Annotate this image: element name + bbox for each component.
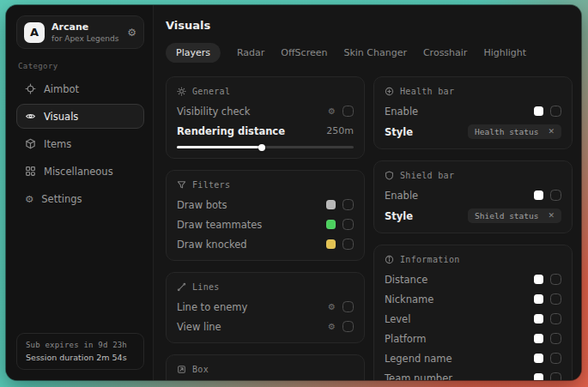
gear-icon[interactable]: ⚙ xyxy=(127,27,136,38)
sidebar-item-label: Settings xyxy=(41,193,82,205)
sidebar: A Arcane for Apex Legends ⚙ Category Aim… xyxy=(6,5,154,380)
gear-icon[interactable]: ⚙ xyxy=(328,323,336,331)
slider-thumb[interactable] xyxy=(258,144,265,151)
row-controls: ⚙ xyxy=(328,106,354,117)
health-icon xyxy=(385,87,394,96)
cube-icon xyxy=(25,138,36,149)
panel-title: General xyxy=(192,87,230,96)
row-controls xyxy=(326,239,354,250)
tab-radar[interactable]: Radar xyxy=(237,47,264,58)
row-team-number: Team number xyxy=(385,372,561,380)
color-swatch[interactable] xyxy=(326,200,336,209)
panel-filters: FiltersDraw botsDraw teammatesDraw knock… xyxy=(166,170,365,261)
panel-columns: GeneralVisibility check⚙Rendering distan… xyxy=(166,76,573,380)
shield-icon xyxy=(385,171,394,180)
sidebar-item-label: Visuals xyxy=(44,111,78,123)
row-label: Legend name xyxy=(385,353,452,365)
row-controls xyxy=(534,106,561,117)
panel-header: Box xyxy=(177,363,354,376)
color-swatch[interactable] xyxy=(534,190,543,200)
tab-offscreen[interactable]: OffScreen xyxy=(281,47,327,58)
gear-icon[interactable]: ⚙ xyxy=(328,303,336,311)
panel-header: Information xyxy=(385,253,561,266)
color-swatch[interactable] xyxy=(534,373,543,380)
row-controls: 250m xyxy=(326,125,354,136)
tab-crosshair[interactable]: Crosshair xyxy=(423,47,467,58)
panel-header: Filters xyxy=(177,178,354,191)
panel-title: Filters xyxy=(192,180,230,190)
row-distance: Distance xyxy=(385,273,561,286)
app-window: A Arcane for Apex Legends ⚙ Category Aim… xyxy=(6,5,581,380)
checkbox[interactable] xyxy=(550,106,561,117)
tab-skin-changer[interactable]: Skin Changer xyxy=(343,47,407,58)
color-swatch[interactable] xyxy=(534,354,543,363)
checkbox[interactable] xyxy=(342,199,354,210)
row-label: Draw teammates xyxy=(177,219,262,231)
app-subtitle: for Apex Legends xyxy=(52,34,118,43)
style-select[interactable]: Health status✕ xyxy=(468,124,561,139)
row-value: 250m xyxy=(326,125,354,136)
gear-icon[interactable]: ⚙ xyxy=(328,107,336,116)
row-platform: Platform xyxy=(385,332,561,345)
panel-health-bar: Health barEnableStyleHealth status✕ xyxy=(373,76,573,149)
row-controls: ⚙ xyxy=(328,301,354,312)
row-label: Distance xyxy=(385,274,427,286)
color-swatch[interactable] xyxy=(534,314,543,324)
color-swatch[interactable] xyxy=(534,334,543,343)
row-controls xyxy=(534,353,561,364)
row-label: Rendering distance xyxy=(177,125,285,137)
style-select-value: Health status xyxy=(475,127,538,136)
info-icon xyxy=(385,255,394,264)
tab-players[interactable]: Players xyxy=(166,43,221,63)
sidebar-item-visuals[interactable]: Visuals xyxy=(16,104,144,129)
sidebar-item-miscellaneous[interactable]: Miscellaneous xyxy=(16,159,144,184)
row-label: Enable xyxy=(385,106,418,118)
panel-information: InformationDistanceNicknameLevelPlatform… xyxy=(373,245,573,380)
tab-highlight[interactable]: Highlight xyxy=(483,47,526,58)
color-swatch[interactable] xyxy=(326,239,336,249)
color-swatch[interactable] xyxy=(534,294,543,304)
checkbox[interactable] xyxy=(342,219,354,230)
checkbox[interactable] xyxy=(342,239,354,250)
sidebar-item-settings[interactable]: ⚙Settings xyxy=(16,186,144,211)
checkbox[interactable] xyxy=(550,274,561,285)
row-label: Nickname xyxy=(385,293,433,305)
checkbox[interactable] xyxy=(342,321,354,332)
close-icon[interactable]: ✕ xyxy=(548,128,555,136)
color-swatch[interactable] xyxy=(534,106,543,116)
checkbox[interactable] xyxy=(550,353,561,364)
checkbox[interactable] xyxy=(550,333,561,344)
panel-header: Lines xyxy=(177,281,354,293)
panel-header: General xyxy=(177,85,354,98)
row-nickname: Nickname xyxy=(385,293,561,305)
color-swatch[interactable] xyxy=(326,220,336,229)
row-view-line: View line⚙ xyxy=(177,320,354,333)
color-swatch[interactable] xyxy=(534,275,543,284)
panel-header: Shield bar xyxy=(385,169,561,182)
row-controls: ⚙ xyxy=(328,321,354,332)
row-controls xyxy=(326,199,354,210)
checkbox[interactable] xyxy=(342,106,354,117)
row-rendering-distance: Rendering distance250m xyxy=(177,124,354,137)
row-controls xyxy=(534,190,561,201)
checkbox[interactable] xyxy=(550,293,561,305)
rendering-distance-slider[interactable] xyxy=(177,146,354,148)
row-draw-knocked: Draw knocked xyxy=(177,238,354,251)
row-enable: Enable xyxy=(385,189,561,202)
close-icon[interactable]: ✕ xyxy=(548,212,555,220)
sidebar-item-items[interactable]: Items xyxy=(16,131,144,156)
sidebar-nav: AimbotVisualsItemsMiscellaneous⚙Settings xyxy=(16,76,144,211)
checkbox[interactable] xyxy=(342,301,354,312)
page-title: Visuals xyxy=(166,19,573,32)
funnel-icon xyxy=(177,180,186,190)
row-controls xyxy=(534,293,561,305)
row-label: Draw knocked xyxy=(177,239,247,251)
style-select[interactable]: Shield status✕ xyxy=(468,209,561,223)
checkbox[interactable] xyxy=(550,372,561,380)
sidebar-item-aimbot[interactable]: Aimbot xyxy=(16,76,144,101)
row-label: Platform xyxy=(385,333,427,345)
checkbox[interactable] xyxy=(550,190,561,201)
checkbox[interactable] xyxy=(550,313,561,324)
row-controls xyxy=(534,274,561,285)
row-controls xyxy=(326,219,354,230)
